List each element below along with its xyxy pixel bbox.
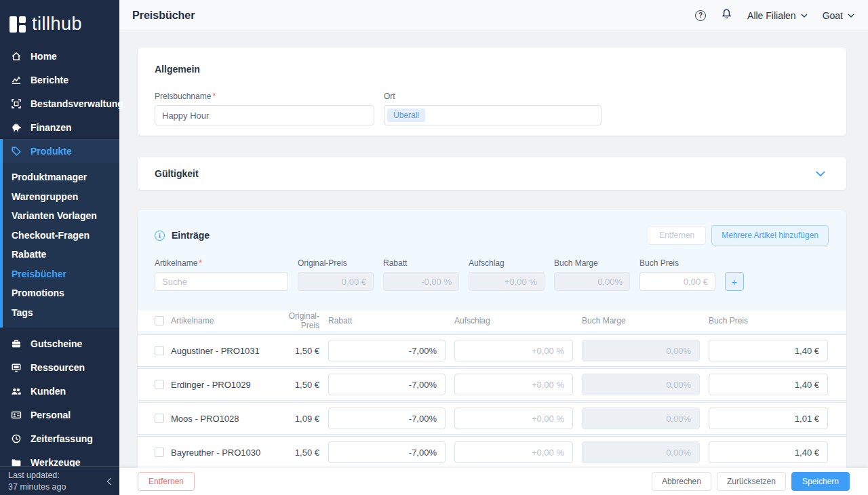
- account-menu[interactable]: Goat: [823, 10, 854, 21]
- reset-button[interactable]: Zurücksetzen: [717, 472, 786, 491]
- original-price-value: 1,09 €: [279, 414, 319, 424]
- discount-input: [383, 272, 459, 291]
- row-surcharge-input[interactable]: [454, 408, 573, 429]
- row-book-price-input[interactable]: [709, 340, 828, 361]
- submenu-label: Preisbücher: [12, 269, 66, 279]
- original-price-label: Original-Preis: [298, 258, 374, 268]
- submenu-item-produktmanager[interactable]: Produktmanager: [3, 167, 119, 187]
- sidebar-item-label: Home: [31, 51, 57, 62]
- branch-selector-label: Alle Filialen: [747, 10, 796, 21]
- row-book-margin-input: [582, 441, 700, 463]
- submenu-item-tags[interactable]: Tags: [3, 303, 119, 323]
- sidebar-item-label: Berichte: [31, 75, 68, 85]
- page-title: Preisbücher: [132, 9, 195, 22]
- sidebar-item-personal[interactable]: Personal: [0, 403, 119, 427]
- sidebar-item-label: Bestandsverwaltung: [31, 98, 123, 109]
- row-checkbox[interactable]: [155, 346, 164, 355]
- submenu-item-checkout-fragen[interactable]: Checkout-Fragen: [3, 226, 119, 245]
- location-input[interactable]: Überall: [384, 105, 601, 125]
- customers-icon: [10, 385, 22, 397]
- row-book-margin-input: [582, 408, 700, 429]
- sidebar-item-finanzen[interactable]: Finanzen: [0, 115, 119, 139]
- article-name: Moos - PRO1028: [171, 414, 279, 424]
- submenu-label: Tags: [12, 307, 33, 318]
- validity-card[interactable]: Gültigkeit: [138, 157, 846, 190]
- surcharge-field: Aufschlag: [469, 258, 545, 291]
- row-book-price-input[interactable]: [709, 408, 828, 429]
- submenu-label: Warengruppen: [12, 191, 78, 202]
- submenu-item-varianten-vorlagen[interactable]: Varianten Vorlagen: [3, 206, 119, 226]
- sidebar-item-bestandsverwaltung[interactable]: Bestandsverwaltung: [0, 92, 119, 115]
- cancel-button[interactable]: Abbrechen: [652, 472, 711, 491]
- row-book-price-input[interactable]: [709, 441, 828, 463]
- last-updated-line1: Last updated:: [8, 470, 106, 481]
- sidebar-item-label: Produkte: [31, 146, 72, 157]
- home-icon: [10, 50, 22, 62]
- table-body: Augustiner - PRO1031 1,50 € Erdinger - P…: [138, 334, 846, 468]
- label-text: Ort: [384, 92, 395, 101]
- branch-selector[interactable]: Alle Filialen: [747, 10, 808, 21]
- sidebar-item-zeiterfassung[interactable]: Zeiterfassung: [0, 427, 119, 450]
- surcharge-label: Aufschlag: [469, 258, 545, 268]
- add-multiple-articles-button[interactable]: Mehrere Artikel hinzufügen: [711, 225, 829, 245]
- row-discount-input[interactable]: [328, 408, 446, 429]
- row-checkbox[interactable]: [155, 448, 164, 457]
- sidebar-footer: Last updated: 37 minutes ago: [0, 467, 119, 495]
- notifications-bell-icon[interactable]: [721, 8, 732, 22]
- book-price-input[interactable]: [639, 272, 715, 291]
- submenu-item-preisbuecher[interactable]: Preisbücher: [3, 264, 119, 284]
- sidebar-item-home[interactable]: Home: [0, 44, 119, 68]
- label-text: Preisbuchname: [155, 92, 211, 101]
- row-book-price-input[interactable]: [709, 374, 828, 395]
- entries-form: Artikelname* Original-Preis Rabatt Aufsc…: [138, 245, 846, 291]
- delete-pricebook-button[interactable]: Entfernen: [138, 472, 195, 491]
- general-card: Allgemein Preisbuchname* Ort Überall: [138, 47, 846, 136]
- app-window: tillhub Home Berichte Bestandsverwaltung: [0, 0, 868, 495]
- sidebar-collapse-chevron-icon[interactable]: [106, 477, 113, 486]
- article-name: Augustiner - PRO1031: [171, 346, 279, 356]
- row-discount-input[interactable]: [328, 441, 446, 463]
- location-label: Ort: [384, 92, 601, 101]
- original-price-value: 1,50 €: [279, 346, 319, 356]
- pricebook-name-field: Preisbuchname*: [155, 92, 374, 125]
- chevron-down-icon: [801, 14, 808, 18]
- chevron-down-icon: [848, 14, 854, 18]
- sidebar-item-gutscheine[interactable]: Gutscheine: [0, 332, 119, 355]
- submenu-label: Varianten Vorlagen: [12, 210, 97, 221]
- column-header-buch-marge: Buch Marge: [573, 316, 700, 325]
- surcharge-input: [469, 272, 545, 291]
- tillhub-logo[interactable]: tillhub: [0, 0, 119, 44]
- save-button[interactable]: Speichern: [791, 472, 850, 491]
- pricebook-name-input[interactable]: [155, 105, 374, 125]
- row-discount-input[interactable]: [328, 340, 446, 361]
- original-price-value: 1,50 €: [279, 448, 319, 458]
- add-row-button[interactable]: +: [725, 272, 744, 291]
- row-book-margin-input: [582, 340, 700, 361]
- sidebar-item-kunden[interactable]: Kunden: [0, 379, 119, 403]
- submenu-item-rabatte[interactable]: Rabatte: [3, 245, 119, 264]
- sidebar-item-ressourcen[interactable]: Ressourcen: [0, 355, 119, 379]
- row-surcharge-input[interactable]: [454, 441, 573, 463]
- row-checkbox[interactable]: [155, 380, 164, 389]
- row-surcharge-input[interactable]: [454, 374, 573, 395]
- location-chip[interactable]: Überall: [387, 108, 425, 122]
- submenu-item-warengruppen[interactable]: Warengruppen: [3, 187, 119, 207]
- info-icon: i: [155, 231, 165, 241]
- sidebar-item-label: Zeiterfassung: [31, 433, 93, 444]
- select-all-checkbox[interactable]: [155, 316, 164, 325]
- help-icon[interactable]: ?: [695, 10, 706, 21]
- sidebar-item-produkte[interactable]: Produkte: [0, 139, 119, 163]
- article-search-input[interactable]: [155, 272, 288, 291]
- required-marker: *: [212, 92, 216, 101]
- column-header-artikelname: Artikelname: [171, 316, 279, 325]
- entries-header: i Einträge Entfernen Mehrere Artikel hin…: [138, 225, 846, 245]
- row-discount-input[interactable]: [328, 374, 446, 395]
- row-surcharge-input[interactable]: [454, 340, 573, 361]
- sidebar-item-berichte[interactable]: Berichte: [0, 68, 119, 92]
- action-buttons: Abbrechen Zurücksetzen Speichern: [652, 472, 850, 491]
- submenu-item-promotions[interactable]: Promotions: [3, 283, 119, 303]
- submenu-label: Produktmanager: [12, 172, 87, 182]
- submenu-label: Rabatte: [12, 249, 46, 260]
- row-checkbox[interactable]: [155, 414, 164, 423]
- expand-chevron-down-icon[interactable]: [816, 171, 825, 177]
